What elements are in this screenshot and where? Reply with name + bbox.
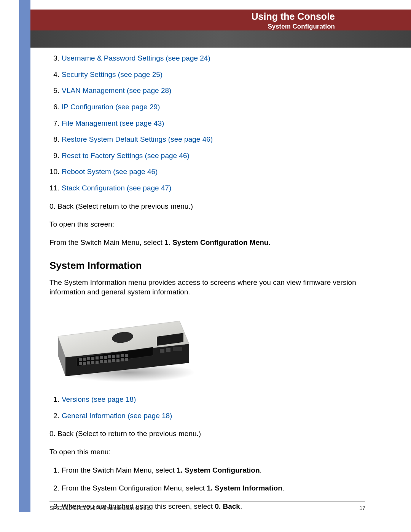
header-title: Using the Console: [30, 11, 335, 22]
text: Switch Main Menu: [80, 238, 139, 246]
svg-rect-8: [87, 357, 90, 360]
text-bold: 1. System Configuration Menu: [164, 238, 268, 246]
switch-device-image: [54, 304, 199, 384]
text: The: [49, 278, 64, 286]
svg-rect-24: [104, 360, 107, 363]
svg-rect-16: [121, 354, 124, 357]
step-text: From the System Configuration Menu, sele…: [62, 483, 284, 493]
step-num: 1.: [49, 465, 62, 475]
svg-rect-31: [160, 349, 164, 353]
svg-rect-33: [173, 347, 182, 351]
toc-link[interactable]: General Information (see page 18): [62, 411, 172, 421]
toc-num: 7.: [49, 118, 62, 128]
step-item: 1. From the Switch Main Menu, select 1. …: [49, 465, 365, 475]
toc-link[interactable]: Restore System Default Settings (see pag…: [62, 134, 213, 144]
svg-rect-17: [125, 354, 128, 357]
svg-rect-29: [125, 358, 128, 361]
toc-item: 8.Restore System Default Settings (see p…: [49, 134, 365, 144]
toc-item: 11.Stack Configuration (see page 47): [49, 183, 365, 193]
svg-rect-23: [100, 360, 103, 363]
svg-rect-18: [79, 362, 82, 365]
section-paragraph: The System Information menu provides acc…: [49, 278, 365, 297]
toc-item: 5.VLAN Management (see page 28): [49, 86, 365, 96]
svg-rect-10: [96, 356, 99, 359]
svg-rect-27: [116, 359, 119, 362]
section-heading: System Information: [49, 259, 365, 272]
svg-rect-6: [79, 358, 82, 361]
toc-link[interactable]: Reboot System (see page 46): [62, 167, 158, 177]
toc-item: 10.Reboot System (see page 46): [49, 167, 365, 177]
toc-link[interactable]: File Management (see page 43): [62, 118, 164, 128]
text: .: [268, 238, 270, 246]
svg-rect-25: [108, 359, 111, 363]
svg-rect-19: [83, 362, 86, 365]
svg-rect-32: [166, 348, 170, 352]
svg-rect-26: [112, 359, 115, 362]
toc-link[interactable]: Stack Configuration (see page 47): [62, 183, 171, 193]
back-line-1: 0. Back (Select return to the previous m…: [49, 201, 365, 211]
svg-rect-15: [116, 355, 119, 358]
text: , select: [140, 238, 164, 246]
header-subtitle: System Configuration: [30, 23, 335, 30]
toc-link[interactable]: IP Configuration (see page 29): [62, 102, 160, 112]
toc-link[interactable]: Reset to Factory Settings (see page 46): [62, 151, 190, 161]
svg-rect-13: [108, 355, 111, 358]
svg-rect-22: [96, 361, 99, 364]
toc-list-1: 3.Username & Password Settings (see page…: [49, 53, 365, 193]
footer-page-number: 17: [359, 505, 365, 511]
text: From the: [49, 238, 80, 246]
toc-link[interactable]: Username & Password Settings (see page 2…: [62, 53, 210, 63]
svg-rect-21: [91, 361, 94, 364]
toc-num: 5.: [49, 86, 62, 96]
toc-num: 10.: [49, 167, 62, 177]
toc-item: 2.General Information (see page 18): [49, 411, 365, 421]
toc-item: 7.File Management (see page 43): [49, 118, 365, 128]
text: System Information: [64, 278, 126, 286]
toc-num: 1.: [49, 395, 62, 404]
toc-num: 4.: [49, 70, 62, 80]
toc-item: 4.Security Settings (see page 25): [49, 70, 365, 80]
header-gray-bar: [30, 30, 411, 48]
svg-rect-20: [87, 361, 90, 364]
to-open-1: To open this screen:: [49, 219, 365, 229]
toc-item: 3.Username & Password Settings (see page…: [49, 53, 365, 63]
toc-num: 6.: [49, 102, 62, 112]
side-blue-bar: [19, 0, 30, 512]
svg-rect-11: [100, 356, 103, 359]
toc-num: 9.: [49, 151, 62, 161]
svg-rect-7: [83, 358, 86, 361]
step-item: 2. From the System Configuration Menu, s…: [49, 483, 365, 493]
toc-link[interactable]: Security Settings (see page 25): [62, 70, 162, 80]
toc-item: 9.Reset to Factory Settings (see page 46…: [49, 151, 365, 161]
from-line-1: From the Switch Main Menu, select 1. Sys…: [49, 238, 365, 248]
toc-link[interactable]: VLAN Management (see page 28): [62, 86, 171, 96]
toc-num: 11.: [49, 183, 62, 193]
svg-rect-9: [91, 357, 94, 360]
toc-link[interactable]: Versions (see page 18): [62, 395, 136, 404]
page-content: 3.Username & Password Settings (see page…: [49, 53, 365, 520]
toc-num: 8.: [49, 134, 62, 144]
page-footer: SFE2010/SFE2010P Administration Guide 17: [49, 502, 365, 511]
header-banner: Using the Console System Configuration: [30, 10, 411, 30]
svg-rect-12: [104, 356, 107, 359]
svg-rect-28: [121, 358, 124, 361]
toc-num: 3.: [49, 53, 62, 63]
toc-list-2: 1.Versions (see page 18) 2.General Infor…: [49, 395, 365, 420]
toc-item: 1.Versions (see page 18): [49, 395, 365, 404]
svg-rect-14: [112, 355, 115, 358]
back-line-2: 0. Back (Select to return to the previou…: [49, 429, 365, 439]
toc-num: 2.: [49, 411, 62, 421]
footer-guide: SFE2010/SFE2010P Administration Guide: [49, 505, 150, 511]
step-text: From the Switch Main Menu, select 1. Sys…: [62, 465, 262, 475]
to-open-2: To open this menu:: [49, 447, 365, 457]
toc-item: 6.IP Configuration (see page 29): [49, 102, 365, 112]
step-num: 2.: [49, 483, 62, 493]
